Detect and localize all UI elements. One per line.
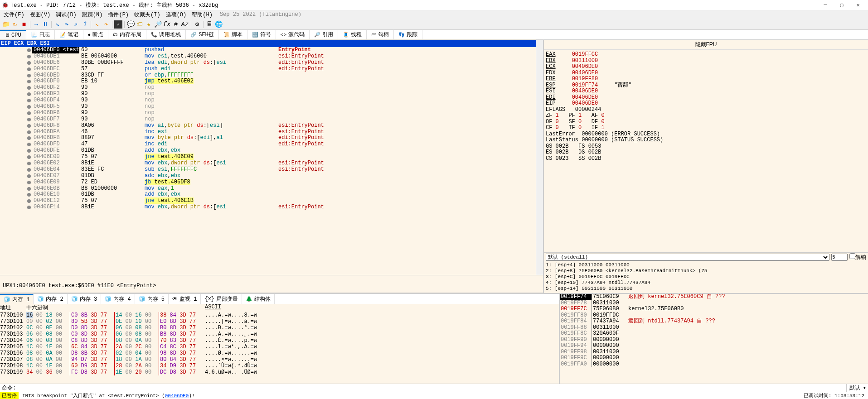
stack-row[interactable]: 0019FF9800311000 — [560, 349, 868, 356]
stack-row[interactable]: 0019FF7800311000 — [560, 300, 868, 307]
main-tab[interactable]: 🔣符号 — [247, 30, 276, 39]
open-icon[interactable]: 📁 — [2, 20, 10, 29]
disasm-row[interactable]: 00406DF390nop — [0, 91, 536, 97]
menu-item[interactable]: 视图(V) — [28, 10, 53, 19]
disasm-row[interactable]: 00406DE0 <test60pushadEntryPoint — [0, 47, 536, 53]
call-args[interactable]: 1: [esp+4] 00311000 003110002: [esp+8] 7… — [544, 261, 868, 293]
disasm-row[interactable]: 00406DFD47inc ediedi:EntryPoint — [0, 141, 536, 148]
dump-view[interactable]: 773D10016 00 18 00C0 8B 3D 7714 00 16 00… — [0, 312, 559, 384]
menu-item[interactable]: 收藏夹(I) — [132, 10, 162, 19]
main-tab[interactable]: 📃日志 — [26, 30, 55, 39]
menu-item[interactable]: 跟踪(N) — [80, 10, 105, 19]
label-icon[interactable]: 🏷 — [136, 20, 144, 29]
callconv-select[interactable]: 默认 (stdcall) — [546, 254, 829, 261]
scrollbar[interactable] — [536, 40, 543, 275]
disasm-row[interactable]: 00406DFA46inc esiesi:EntryPoint — [0, 129, 536, 135]
main-tab[interactable]: 🗂内存布局 — [108, 30, 146, 39]
search-icon[interactable]: 🔎 — [154, 20, 162, 29]
stack-view[interactable]: 0019FF7475E060C9返回到 kernel32.75E060C9 自 … — [560, 294, 868, 384]
run-icon[interactable]: → — [32, 20, 40, 29]
func-icon[interactable]: fx — [163, 20, 171, 29]
main-tab[interactable]: 📝笔记 — [55, 30, 83, 39]
disasm-row[interactable]: 00406DFB8807mov byte ptr ds:[edi],aledi:… — [0, 135, 536, 141]
dump-tab[interactable]: 🌲结构体 — [242, 294, 275, 304]
disasm-row[interactable]: 00406DFE01DBadd ebx,ebx — [0, 148, 536, 154]
arg-count[interactable] — [831, 254, 848, 261]
trace-over-icon[interactable]: ↷ — [102, 20, 110, 29]
dump-tab[interactable]: 🧊内存 5 — [135, 294, 169, 304]
disasm-row[interactable]: 00406E148B1Emov ebx,dword ptr ds:[esiesi… — [0, 204, 536, 211]
disasm-row[interactable]: 00406E1001DBadd ebx,ebx — [0, 192, 536, 198]
dump-tab[interactable]: {x}局部变量 — [201, 294, 242, 304]
disasm-row[interactable]: 00406DF690nop — [0, 110, 536, 116]
disasm-row[interactable]: 00406DE68DBE 00B0FFFFlea edi,dword ptr d… — [0, 60, 536, 66]
calc-icon[interactable]: 🖩 — [205, 20, 213, 29]
dump-row[interactable]: 773D10608 00 0A 00D8 8B 3D 7702 00 04 00… — [0, 350, 559, 356]
dump-row[interactable]: 773D10016 00 18 00C0 8B 3D 7714 00 16 00… — [0, 312, 559, 318]
dump-tab[interactable]: 👁监视 1 — [169, 294, 201, 304]
trace-into-icon[interactable]: ↘ — [93, 20, 101, 29]
dump-row[interactable]: 773D1051C 00 1E 006C 84 3D 772A 00 2C 00… — [0, 344, 559, 350]
registers-view[interactable]: EAX 0019FFCCEBX 00311000ECX 00406DE0 EDX… — [544, 50, 868, 252]
dump-row[interactable]: 773D10100 00 02 0080 5B 3D 770E 00 10 00… — [0, 318, 559, 325]
maximize-button[interactable]: ▢ — [834, 0, 850, 10]
stack-row[interactable]: 0019FF7475E060C9返回到 kernel32.75E060C9 自 … — [560, 294, 868, 300]
dump-tab[interactable]: 🧊内存 2 — [34, 294, 67, 304]
config-label[interactable]: 默认 — [846, 384, 863, 392]
stepout-icon[interactable]: ↗ — [72, 20, 80, 29]
comment-icon[interactable]: 💬 — [126, 20, 135, 29]
disasm-row[interactable]: 00406E0BB8 01000000mov eax,1 — [0, 186, 536, 192]
disasm-row[interactable]: 00406DED83CD FFor ebp,FFFFFFFF — [0, 72, 536, 79]
dump-row[interactable]: 773D10406 00 08 00C8 8D 3D 7708 00 0A 00… — [0, 337, 559, 344]
stack-row[interactable]: 0019FF8800311000 — [560, 325, 868, 331]
settings-icon[interactable]: ⚙ — [193, 20, 201, 29]
fpu-toggle[interactable]: 隐藏FPU — [544, 40, 868, 50]
stack-row[interactable]: 0019FFA000000000 — [560, 361, 868, 368]
dump-tab[interactable]: 🧊内存 4 — [101, 294, 135, 304]
main-tab[interactable]: 📞调用堆栈 — [146, 30, 186, 39]
menu-item[interactable]: 调试(D) — [54, 10, 78, 19]
disasm-row[interactable]: 00406DF88A06mov al,byte ptr ds:[esi]esi:… — [0, 123, 536, 129]
disasm-row[interactable]: 00406DF590nop — [0, 104, 536, 110]
pause-icon[interactable]: ⏸ — [41, 20, 49, 29]
dump-row[interactable]: 773D1081C 00 1E 0060 D9 3D 7728 00 2A 00… — [0, 363, 559, 369]
disasm-row[interactable]: 00406E0972 EDjb test.406DF8 — [0, 179, 536, 186]
unlock-check[interactable]: 解锁 — [849, 253, 866, 261]
runto-icon[interactable]: ⤴ — [81, 20, 89, 29]
main-tab[interactable]: <>源代码 — [276, 30, 310, 39]
disasm-row[interactable]: 00406E0701DBadc ebx,ebx — [0, 173, 536, 179]
stack-row[interactable]: 0019FF8477437A94返回到 ntdll.77437A94 自 ??? — [560, 318, 868, 325]
disasm-row[interactable]: 00406DF490nop — [0, 97, 536, 104]
stepinto-icon[interactable]: ↘ — [53, 20, 62, 29]
stack-row[interactable]: 0019FF9C00000000 — [560, 355, 868, 361]
patches-icon[interactable]: ✓ — [114, 20, 122, 29]
main-tab[interactable]: 🖥CPU — [0, 30, 26, 39]
menu-item[interactable]: 文件(F) — [2, 10, 26, 19]
menu-item[interactable]: 选项(O) — [164, 10, 189, 19]
main-tab[interactable]: ●断点 — [83, 30, 109, 39]
dropdown-icon[interactable]: ▾ — [863, 385, 866, 391]
dump-row[interactable]: 773D1020C 00 0E 00D0 8D 3D 7706 00 08 00… — [0, 325, 559, 331]
stack-row[interactable]: 0019FF7C75E060B0kernel32.75E060B0 — [560, 306, 868, 312]
dump-tab[interactable]: 🧊内存 3 — [68, 294, 101, 304]
disasm-row[interactable]: 00406DEC57push ediedi:EntryPoint — [0, 66, 536, 72]
dump-tab[interactable]: 🧊内存 1 — [0, 294, 34, 304]
menu-item[interactable]: 插件(P) — [106, 10, 131, 19]
hash-icon[interactable]: # — [172, 20, 180, 29]
status-link[interactable]: 00406DE0 — [165, 393, 189, 399]
stack-row[interactable]: 0019FF800019FFDC — [560, 312, 868, 319]
main-tab[interactable]: 🔎引用 — [310, 30, 338, 39]
disasm-row[interactable]: 00406E0483EE FCsub esi,FFFFFFFCesi:Entry… — [0, 167, 536, 173]
bookmark-icon[interactable]: ★ — [145, 20, 153, 29]
command-input[interactable] — [16, 385, 846, 392]
disasm-row[interactable]: 00406DE1BE 00604000mov esi,test.406000es… — [0, 53, 536, 60]
world-icon[interactable]: 🌐 — [214, 20, 223, 29]
stack-row[interactable]: 0019FF9400000000 — [560, 343, 868, 349]
dump-row[interactable]: 773D10934 00 36 00FC D8 3D 771E 00 20 00… — [0, 369, 559, 375]
dump-row[interactable]: 773D10708 00 0A 0094 D7 3D 7718 00 1A 00… — [0, 356, 559, 363]
disasm-row[interactable]: 00406DF790nop — [0, 116, 536, 123]
main-tab[interactable]: 🔗SEH链 — [186, 30, 219, 39]
close-button[interactable]: ✕ — [850, 0, 866, 10]
dump-row[interactable]: 773D10306 00 08 00C0 8D 3D 7706 00 08 00… — [0, 331, 559, 337]
stop-icon[interactable]: ■ — [20, 20, 28, 29]
